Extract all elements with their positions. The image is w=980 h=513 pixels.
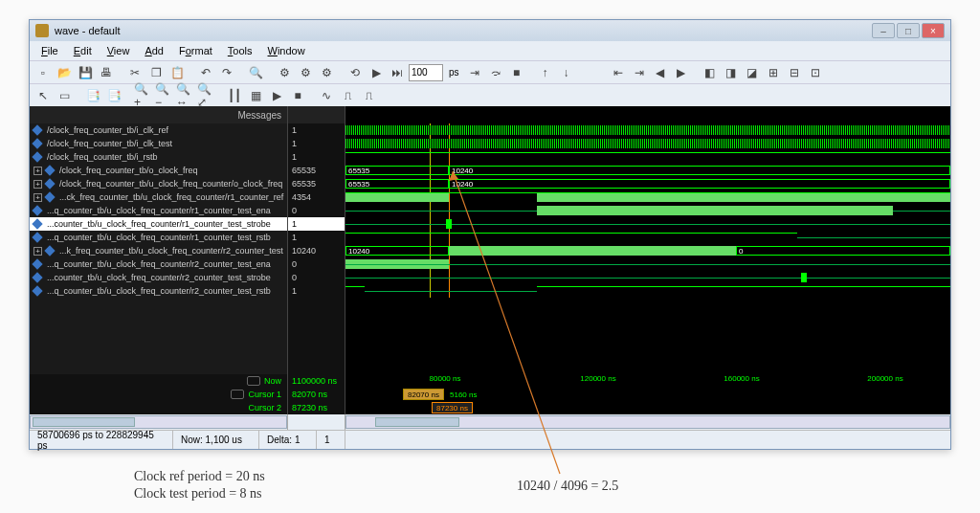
tool-icon[interactable]: ⚙ — [275, 63, 294, 82]
cursor-next-icon[interactable]: ▶ — [672, 63, 691, 82]
signal-row[interactable]: +/clock_freq_counter_tb/o_clock_freq — [30, 164, 287, 177]
minimize-button[interactable]: – — [872, 23, 895, 38]
wave-canvas[interactable]: 65535102406553510240102400 — [345, 123, 950, 374]
cursor-1-box[interactable]: 82070 ns — [403, 389, 444, 400]
cursor-link-icon[interactable]: ┃┃ — [225, 86, 244, 105]
cursor-2-box[interactable]: 87230 ns — [432, 402, 473, 413]
signal-row[interactable]: /clock_freq_counter_tb/i_clk_ref — [30, 123, 287, 137]
misc4-icon[interactable]: ⊞ — [764, 63, 783, 82]
bookmark2-icon[interactable]: 📑 — [104, 86, 123, 105]
print-icon[interactable]: 🖶 — [97, 63, 116, 82]
signal-row[interactable]: ...q_counter_tb/u_clock_freq_counter/r2_… — [30, 257, 287, 271]
zoom-full-icon[interactable]: 🔍⤢ — [196, 86, 215, 105]
signal-row[interactable]: +...ck_freq_counter_tb/u_clock_freq_coun… — [30, 190, 287, 204]
wave-lane[interactable] — [345, 150, 950, 164]
restart-icon[interactable]: ⟲ — [345, 63, 365, 82]
wave1-icon[interactable]: ∿ — [317, 86, 336, 105]
bookmark-icon[interactable]: 📑 — [83, 86, 102, 105]
misc1-icon[interactable]: ◧ — [701, 63, 720, 82]
expand-icon[interactable]: + — [33, 247, 42, 256]
misc3-icon[interactable]: ◪ — [743, 63, 762, 82]
find-icon[interactable]: 🔍 — [246, 63, 265, 82]
undo-icon[interactable]: ↶ — [196, 63, 215, 82]
signal-row[interactable]: ...counter_tb/u_clock_freq_counter/r1_co… — [30, 217, 287, 231]
signal-row[interactable]: +...k_freq_counter_tb/u_clock_freq_count… — [30, 244, 287, 257]
signal-row[interactable]: ...q_counter_tb/u_clock_freq_counter/r2_… — [30, 284, 287, 298]
save-icon[interactable]: 💾 — [76, 63, 95, 82]
menu-format[interactable]: Format — [171, 43, 220, 58]
signal-row[interactable]: ...q_counter_tb/u_clock_freq_counter/r1_… — [30, 231, 287, 244]
run-all-icon[interactable]: ⏭ — [388, 63, 407, 82]
signal-row[interactable]: +/clock_freq_counter_tb/u_clock_freq_cou… — [30, 177, 287, 190]
step-over-icon[interactable]: ⤼ — [486, 63, 505, 82]
expand-icon[interactable]: + — [33, 193, 42, 202]
wave2-icon[interactable]: ⎍ — [338, 86, 357, 105]
break-icon[interactable]: ■ — [507, 63, 526, 82]
play-icon[interactable]: ▶ — [267, 86, 286, 105]
new-icon[interactable]: ▫ — [33, 63, 53, 82]
wave-lane[interactable] — [345, 190, 950, 204]
wave-scrollbar[interactable] — [345, 415, 950, 429]
signal-icon — [44, 165, 55, 175]
run-icon[interactable]: ▶ — [367, 63, 386, 82]
menu-add[interactable]: Add — [137, 43, 171, 58]
wave-lane[interactable] — [345, 257, 950, 271]
wave-lane[interactable]: 6553510240 — [345, 177, 950, 190]
signal-name: ...counter_tb/u_clock_freq_counter/r2_co… — [47, 273, 271, 282]
signal-row[interactable]: /clock_freq_counter_tb/i_rstb — [30, 150, 287, 164]
misc5-icon[interactable]: ⊟ — [785, 63, 804, 82]
wave-lane[interactable]: 6553510240 — [345, 164, 950, 177]
signal-icon — [32, 285, 42, 296]
maximize-button[interactable]: □ — [897, 23, 920, 38]
signal-scrollbar[interactable] — [30, 415, 287, 429]
open-icon[interactable]: 📂 — [55, 63, 74, 82]
cut-icon[interactable]: ✂ — [125, 63, 145, 82]
wave-lane[interactable]: 102400 — [345, 244, 950, 257]
zoom-out-icon[interactable]: 🔍− — [154, 86, 173, 105]
redo-icon[interactable]: ↷ — [217, 63, 236, 82]
menu-tools[interactable]: Tools — [220, 43, 260, 58]
edge-next-icon[interactable]: ⇥ — [630, 63, 649, 82]
grid-icon[interactable]: ▦ — [246, 86, 265, 105]
stop-icon[interactable]: ■ — [288, 86, 307, 105]
menu-window[interactable]: Window — [260, 43, 313, 58]
misc2-icon[interactable]: ◨ — [722, 63, 741, 82]
run-step-input[interactable] — [409, 64, 443, 81]
signal-row[interactable]: ...counter_tb/u_clock_freq_counter/r2_co… — [30, 271, 287, 284]
paste-icon[interactable]: 📋 — [167, 63, 187, 82]
wave-lane[interactable] — [345, 284, 950, 298]
menu-view[interactable]: View — [100, 43, 138, 58]
signal-row[interactable]: ...q_counter_tb/u_clock_freq_counter/r1_… — [30, 204, 287, 217]
tool2-icon[interactable]: ⚙ — [296, 63, 315, 82]
wave-lane[interactable] — [345, 271, 950, 284]
signal-row[interactable]: /clock_freq_counter_tb/i_clk_test — [30, 137, 287, 150]
zoom-sel-icon[interactable]: ▭ — [55, 86, 74, 105]
edge-prev-icon[interactable]: ⇤ — [609, 63, 628, 82]
wave-lane[interactable] — [345, 231, 950, 244]
wave-lane[interactable] — [345, 204, 950, 217]
time-ruler[interactable]: 80000 ns 120000 ns 160000 ns 200000 ns — [345, 374, 950, 388]
zoom-in-icon[interactable]: 🔍+ — [133, 86, 152, 105]
wave-lane[interactable] — [345, 123, 950, 137]
tool3-icon[interactable]: ⚙ — [317, 63, 336, 82]
down-icon[interactable]: ↓ — [557, 63, 576, 82]
up-icon[interactable]: ↑ — [536, 63, 555, 82]
signal-list[interactable]: /clock_freq_counter_tb/i_clk_ref/clock_f… — [30, 123, 288, 374]
expand-icon[interactable]: + — [33, 180, 42, 189]
wave-lane[interactable] — [345, 217, 950, 231]
cursor-icon[interactable] — [231, 390, 244, 399]
step-icon[interactable]: ⇥ — [465, 63, 484, 82]
wave3-icon[interactable]: ⎍ — [359, 86, 378, 105]
copy-icon[interactable]: ❐ — [146, 63, 166, 82]
cursor-prev-icon[interactable]: ◀ — [651, 63, 670, 82]
close-button[interactable]: × — [922, 23, 945, 38]
wave-lane[interactable] — [345, 137, 950, 150]
zoom-fit-icon[interactable]: 🔍↔ — [175, 86, 194, 105]
misc6-icon[interactable]: ⊡ — [806, 63, 825, 82]
pointer-icon[interactable]: ↖ — [33, 86, 53, 105]
palette-icon[interactable] — [247, 376, 260, 386]
value-cell: 1 — [288, 284, 345, 298]
menu-edit[interactable]: Edit — [66, 43, 100, 58]
menu-file[interactable]: FFileile — [33, 43, 66, 58]
expand-icon[interactable]: + — [33, 167, 42, 175]
